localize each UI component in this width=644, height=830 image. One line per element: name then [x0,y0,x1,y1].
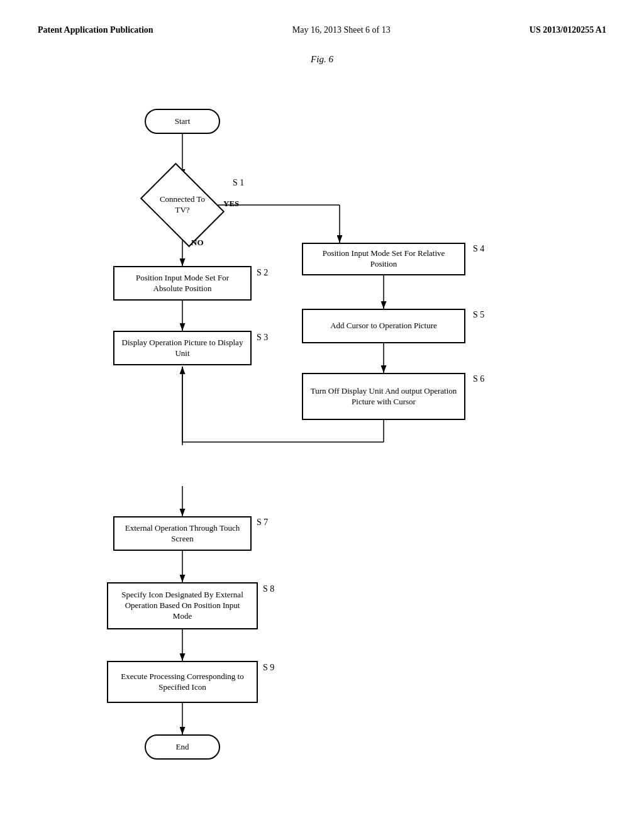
s2-process: Position Input Mode Set For Absolute Pos… [113,266,252,301]
yes-label: YES [223,199,239,209]
s4-process: Position Input Mode Set For Relative Pos… [302,243,465,275]
s8-label: S 8 [263,584,274,594]
s1-decision-wrapper: Connected ToTV? [138,177,226,233]
s8-process: Specify Icon Designated By External Oper… [107,582,258,629]
s6-label: S 6 [473,374,484,384]
s7-label: S 7 [257,517,268,528]
header-left: Patent Application Publication [38,25,153,35]
page-header: Patent Application Publication May 16, 2… [38,25,606,35]
page: Patent Application Publication May 16, 2… [0,0,644,830]
s1-decision-text: Connected ToTV? [160,194,205,216]
header-right: US 2013/0120255 A1 [530,25,606,35]
no-label: NO [191,238,204,248]
end-terminal: End [145,734,220,760]
s2-label: S 2 [257,268,268,278]
s5-label: S 5 [473,310,484,320]
s3-label: S 3 [257,333,268,343]
s5-process: Add Cursor to Operation Picture [302,309,465,343]
s3-process: Display Operation Picture to Display Uni… [113,331,252,365]
figure-label: Fig. 6 [38,54,606,65]
s7-process: External Operation Through Touch Screen [113,516,252,551]
s4-label: S 4 [473,244,484,254]
s9-label: S 9 [263,663,274,673]
start-terminal: Start [145,109,220,134]
flowchart: Start Connected ToTV? S 1 YES NO Positio… [38,84,606,775]
s9-process: Execute Processing Corresponding to Spec… [107,661,258,703]
header-center: May 16, 2013 Sheet 6 of 13 [292,25,391,35]
s1-label: S 1 [233,178,244,188]
s6-process: Turn Off Display Unit And output Operati… [302,373,465,420]
